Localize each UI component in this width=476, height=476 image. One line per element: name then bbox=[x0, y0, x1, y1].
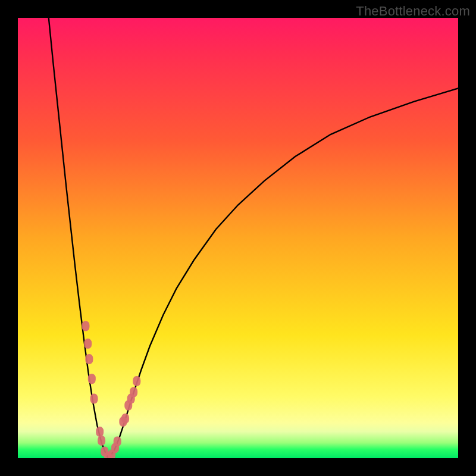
bottleneck-curve-right bbox=[108, 88, 458, 458]
watermark-text: TheBottleneck.com bbox=[356, 4, 470, 19]
chart-frame: TheBottleneck.com bbox=[0, 0, 476, 476]
data-marker bbox=[85, 354, 93, 364]
plot-area bbox=[18, 18, 458, 458]
data-marker bbox=[121, 414, 129, 424]
data-marker bbox=[130, 387, 137, 397]
data-marker bbox=[133, 376, 140, 386]
data-marker bbox=[96, 427, 104, 437]
data-marker bbox=[114, 436, 121, 446]
data-marker bbox=[84, 339, 92, 349]
data-marker bbox=[90, 394, 98, 404]
curve-layer bbox=[18, 18, 458, 458]
data-marker bbox=[82, 321, 89, 331]
data-marker bbox=[98, 436, 105, 446]
bottleneck-curve-left bbox=[49, 18, 108, 458]
data-marker bbox=[88, 374, 96, 384]
